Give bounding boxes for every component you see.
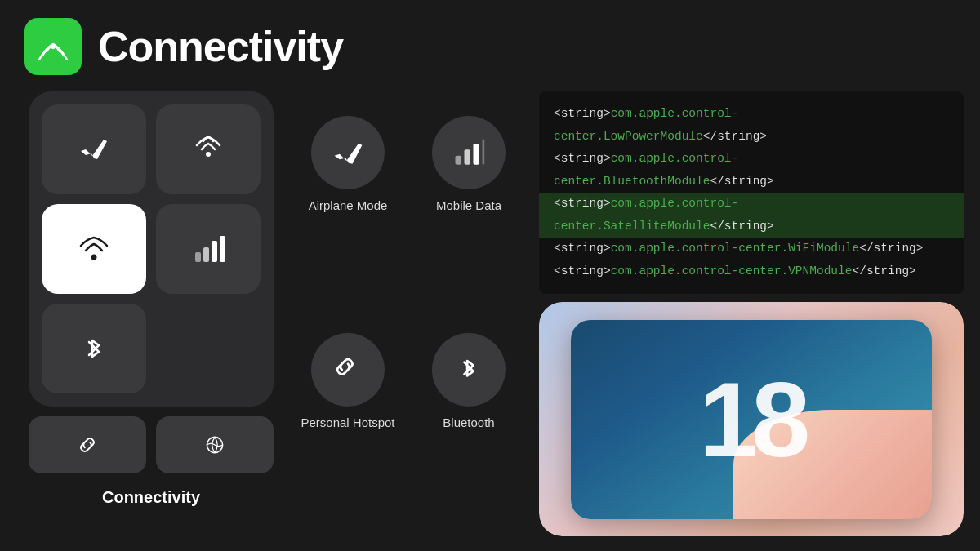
svg-rect-5 — [212, 241, 217, 262]
cc-signal-icon — [189, 229, 228, 269]
cc-bottom-row — [29, 416, 274, 473]
control-center-widget: Connectivity — [24, 91, 278, 536]
svg-rect-11 — [483, 140, 485, 165]
code-line-2: <string>com.apple.control-center.Bluetoo… — [554, 148, 949, 193]
page-title: Connectivity — [98, 22, 343, 71]
ios18-icon: 18 — [539, 302, 964, 536]
connectivity-icon — [36, 29, 70, 64]
code-line-3-highlighted: <string>com.apple.control-center.Satelli… — [539, 193, 964, 238]
airplane-button[interactable] — [311, 116, 385, 189]
cc-link-cell[interactable] — [29, 416, 146, 473]
cc-bottom-label: Connectivity — [102, 488, 200, 507]
control-item-hotspot: Personal Hotspot — [294, 333, 402, 537]
cc-wifi-large-cell[interactable] — [42, 204, 146, 294]
right-section: <string>com.apple.control-center.LowPowe… — [539, 91, 964, 536]
app-icon — [24, 18, 82, 75]
ios18-background: 18 — [539, 302, 964, 536]
cc-airdrop-icon — [189, 130, 228, 169]
cc-airplane-icon — [74, 130, 114, 169]
bluetooth-button[interactable] — [432, 333, 506, 407]
airplane-mode-icon — [330, 135, 366, 171]
airplane-label: Airplane Mode — [309, 198, 388, 214]
svg-rect-3 — [195, 252, 201, 262]
svg-point-2 — [91, 255, 97, 260]
mobile-data-icon — [451, 135, 487, 171]
bluetooth-label: Bluetooth — [443, 415, 494, 431]
svg-rect-10 — [474, 144, 479, 165]
svg-rect-6 — [220, 236, 225, 262]
personal-hotspot-icon — [330, 352, 366, 388]
code-panel: <string>com.apple.control-center.LowPowe… — [539, 91, 964, 294]
hotspot-button[interactable] — [311, 333, 385, 407]
control-item-bluetooth: Bluetooth — [415, 333, 523, 537]
cc-wifi-icon — [74, 229, 114, 269]
cc-bluetooth-cell[interactable] — [42, 304, 146, 393]
controls-grid: Airplane Mode Mobile Data Pe — [294, 91, 523, 536]
svg-rect-9 — [465, 149, 470, 164]
cc-link-icon — [74, 432, 100, 458]
cc-globe-icon — [202, 432, 228, 458]
cc-airplane-cell[interactable] — [42, 104, 146, 194]
control-item-airplane: Airplane Mode — [294, 116, 402, 320]
svg-point-1 — [206, 152, 211, 157]
cc-globe-cell[interactable] — [156, 416, 274, 473]
header: Connectivity — [0, 0, 980, 83]
control-item-mobile-data: Mobile Data — [415, 116, 523, 320]
hotspot-label: Personal Hotspot — [301, 415, 394, 431]
cc-wifi-top-cell[interactable] — [156, 104, 261, 194]
code-line-1: <string>com.apple.control-center.LowPowe… — [554, 103, 949, 148]
cc-bluetooth-icon — [74, 329, 114, 368]
bluetooth-icon — [451, 352, 487, 388]
code-line-4: <string>com.apple.control-center.WiFiMod… — [554, 238, 949, 260]
mobile-data-label: Mobile Data — [436, 198, 501, 214]
svg-rect-8 — [456, 156, 461, 165]
code-line-5: <string>com.apple.control-center.VPNModu… — [554, 260, 949, 283]
main-content: Connectivity Airplane Mode Mobile — [0, 83, 980, 544]
svg-rect-4 — [203, 247, 209, 262]
cc-signal-cell[interactable] — [156, 204, 261, 294]
ios18-logo-background: 18 — [571, 320, 932, 519]
mobile-data-button[interactable] — [432, 116, 506, 189]
cc-panel — [29, 91, 274, 407]
ios18-number: 18 — [699, 367, 804, 473]
